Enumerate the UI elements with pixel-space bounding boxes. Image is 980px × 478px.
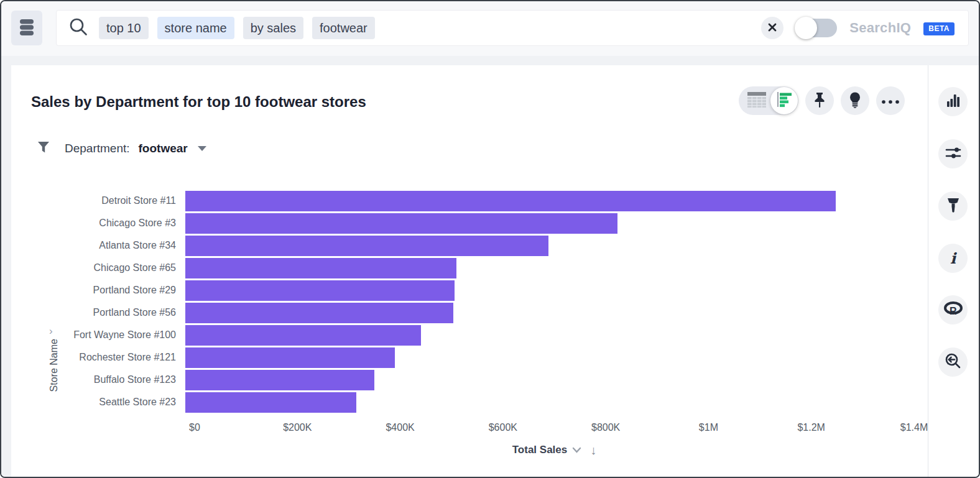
bar[interactable] [185,280,455,301]
chart-view-selected[interactable] [770,87,798,114]
bar-row: Portland Store #29 [11,279,914,301]
bar-row: Detroit Store #11 [11,190,914,212]
chart-type-button[interactable] [938,87,968,116]
bar-row: Portland Store #56 [11,301,914,324]
y-axis-label: Atlanta Store #34 [11,240,185,251]
y-axis-label: Detroit Store #11 [11,195,185,206]
clear-search-button[interactable] [761,17,784,39]
search-icon [69,17,88,39]
bar-row: Fort Wayne Store #100 [11,324,914,346]
x-axis-ticks: $0$200K$400K$600K$800K$1M$1.2M$1.4M [195,422,914,437]
y-axis-label: Buffalo Store #123 [11,374,185,385]
search-token[interactable]: footwear [312,17,375,39]
info-icon: i [950,249,956,267]
y-axis-label: Rochester Store #121 [11,352,185,363]
y-axis-label: Seattle Store #23 [11,397,185,408]
x-axis-tick: $0 [189,422,200,433]
bar-row: Buffalo Store #123 [11,369,914,391]
bar-row: Atlanta Store #34 [11,234,914,257]
x-axis-tick: $600K [489,422,517,433]
searchiq-toggle[interactable] [796,19,837,37]
data-source-button[interactable] [11,11,42,45]
beta-badge: BETA [923,22,955,35]
bar-chart-view-icon [775,91,793,111]
search-token[interactable]: by sales [243,17,303,39]
bar-track [185,347,914,368]
bar[interactable] [185,303,453,323]
x-axis-title[interactable]: Total Sales ↓ [195,442,914,458]
svg-text:R: R [950,306,957,316]
search-input[interactable]: top 10store nameby salesfootwear SearchI… [56,10,969,46]
x-axis-tick: $400K [386,422,414,433]
bar-track [185,213,914,234]
r-analysis-button[interactable]: R [938,295,968,324]
y-axis-label: Portland Store #56 [11,307,185,318]
x-axis-tick: $1M [699,422,718,433]
answer-card: Sales by Department for top 10 footwear … [11,65,927,477]
search-token[interactable]: top 10 [99,17,149,39]
app-window: top 10store nameby salesfootwear SearchI… [0,0,980,478]
searchiq-label: SearchIQ [849,20,911,36]
bar[interactable] [185,236,548,256]
table-view-icon[interactable] [747,91,767,111]
lightbulb-icon [848,91,862,110]
bar-rows: Detroit Store #11Chicago Store #3Atlanta… [11,190,914,413]
bar-track [185,392,914,413]
ellipsis-icon [882,96,899,106]
bar-track [185,325,914,346]
search-token-list[interactable]: top 10store nameby salesfootwear [99,17,761,39]
y-axis-label: Portland Store #29 [11,285,185,296]
chevron-down-icon[interactable] [572,444,581,456]
bar[interactable] [185,191,836,211]
chart-config-button[interactable] [938,139,968,168]
explore-button[interactable] [938,347,968,377]
x-axis-tick: $1.4M [900,422,928,433]
answer-title: Sales by Department for top 10 footwear … [31,93,366,111]
database-icon [19,17,35,39]
left-margin [1,65,11,477]
pin-button[interactable] [805,86,834,115]
view-mode-toggle[interactable] [739,86,798,115]
bar-track [185,191,914,211]
bar-row: Chicago Store #3 [11,212,914,234]
pin-icon [812,92,827,110]
column-chart-icon [946,93,961,110]
chevron-down-icon[interactable] [198,146,206,151]
top-search-bar: top 10store nameby salesfootwear SearchI… [1,1,979,56]
more-actions-button[interactable] [876,86,905,115]
x-axis-tick: $200K [283,422,312,433]
bar[interactable] [185,325,421,346]
bar[interactable] [185,347,395,368]
paintbrush-icon [946,197,961,215]
bar-track [185,258,914,278]
insights-button[interactable] [841,86,869,115]
close-icon [767,22,777,34]
y-axis-label: Fort Wayne Store #100 [11,329,185,341]
bar-track [185,370,914,390]
filter-row: Department: footwear [37,141,206,156]
search-token[interactable]: store name [157,17,234,39]
toggle-knob [795,17,817,39]
sliders-icon [945,147,961,161]
sort-descending-icon[interactable]: ↓ [590,443,596,457]
bar-row: Seattle Store #23 [11,391,914,413]
x-axis-tick: $1.2M [797,422,825,433]
info-button[interactable]: i [938,244,968,273]
y-axis-label: Chicago Store #65 [11,262,185,273]
style-button[interactable] [938,191,968,221]
bar-track [185,303,914,323]
bar[interactable] [185,370,374,390]
search-drill-icon [945,353,961,371]
bar[interactable] [185,213,617,234]
bar-track [185,280,914,301]
bar-track [185,236,914,256]
x-axis-tick: $800K [591,422,620,433]
filter-value[interactable]: footwear [139,142,188,155]
r-logo-icon: R [944,301,963,318]
y-axis-label: Chicago Store #3 [11,218,185,229]
divider [1,56,979,65]
filter-funnel-icon [37,141,50,156]
bar[interactable] [185,258,456,278]
bar-row: Chicago Store #65 [11,257,914,279]
bar[interactable] [185,392,356,413]
